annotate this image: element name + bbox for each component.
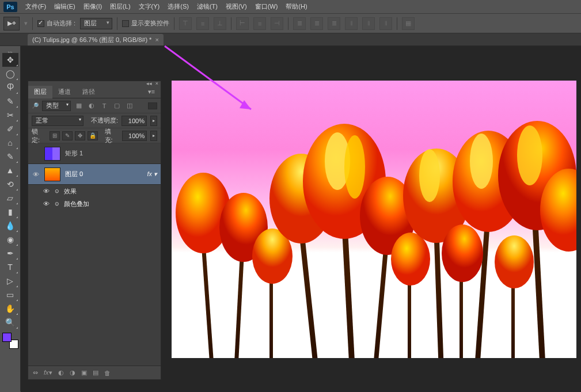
menu-select[interactable]: 选择(S) xyxy=(168,2,189,11)
filter-toggle-switch[interactable] xyxy=(148,102,157,109)
tab-paths[interactable]: 路径 xyxy=(77,86,101,98)
menu-help[interactable]: 帮助(H) xyxy=(286,2,307,11)
blur-tool[interactable]: 💧 xyxy=(2,219,18,233)
visibility-toggle[interactable]: 👁 xyxy=(32,171,40,178)
svg-point-20 xyxy=(442,224,483,282)
lock-transparent-icon[interactable]: ⊞ xyxy=(50,131,60,140)
adjustment-layer-icon[interactable]: ◑ xyxy=(70,369,75,376)
layer-name[interactable]: 图层 0 xyxy=(65,170,83,178)
layer-fx-icon[interactable]: fx▾ xyxy=(44,369,52,376)
auto-select-target-dropdown[interactable]: 图层 xyxy=(80,18,112,29)
zoom-tool[interactable]: 🔍 xyxy=(2,315,18,329)
visibility-toggle[interactable]: 👁 xyxy=(42,200,50,207)
fill-slider-icon[interactable]: ▸ xyxy=(150,131,157,141)
align-center-icon[interactable]: ≡ xyxy=(253,17,266,30)
close-tab-icon[interactable]: × xyxy=(155,36,158,43)
menu-view[interactable]: 视图(V) xyxy=(226,2,247,11)
lock-pixels-icon[interactable]: ✎ xyxy=(62,131,73,140)
dodge-tool[interactable]: ◉ xyxy=(2,233,18,246)
fill-label: 填充: xyxy=(105,127,119,144)
blend-mode-dropdown[interactable]: 正常 xyxy=(32,116,83,126)
fill-value[interactable]: 100% xyxy=(122,131,147,141)
align-top-icon[interactable]: ⊤ xyxy=(179,17,192,30)
svg-rect-11 xyxy=(511,282,515,358)
opacity-label: 不透明度: xyxy=(91,116,118,125)
opacity-slider-icon[interactable]: ▸ xyxy=(150,116,157,126)
brush-tool[interactable]: ✎ xyxy=(2,150,18,163)
layer-group-icon[interactable]: ▣ xyxy=(81,369,87,376)
gradient-tool[interactable]: ▮ xyxy=(2,205,18,219)
menu-bar: Ps 文件(F) 编辑(E) 图像(I) 图层(L) 文字(Y) 选择(S) 滤… xyxy=(0,0,581,14)
tab-channels[interactable]: 通道 xyxy=(52,86,77,98)
auto-select-checkbox[interactable]: 自动选择 : xyxy=(37,19,75,28)
align-bottom-icon[interactable]: ⊥ xyxy=(214,17,226,30)
menu-image[interactable]: 图像(I) xyxy=(83,2,102,11)
link-layers-icon[interactable]: ⇔ xyxy=(33,369,38,376)
document-canvas[interactable] xyxy=(172,81,576,358)
filter-adjust-icon[interactable]: ◐ xyxy=(87,101,96,111)
document-tab-row: (C) Tulips.jpg @ 66.7% (图层 0, RGB/8#) * … xyxy=(0,33,581,46)
show-transform-checkbox[interactable]: 显示变换控件 xyxy=(122,19,169,28)
distribute-vcenter-icon[interactable]: ≣ xyxy=(310,17,323,30)
lock-position-icon[interactable]: ✥ xyxy=(75,131,85,140)
lock-all-icon[interactable]: 🔒 xyxy=(88,131,98,140)
distribute-top-icon[interactable]: ≣ xyxy=(293,17,306,30)
stamp-tool[interactable]: ▲ xyxy=(2,163,18,177)
type-tool[interactable]: T xyxy=(2,260,18,274)
marquee-tool[interactable]: ◯ xyxy=(2,67,18,81)
document-tab-title: (C) Tulips.jpg @ 66.7% (图层 0, RGB/8#) * xyxy=(32,36,151,44)
distribute-bottom-icon[interactable]: ≣ xyxy=(328,17,340,30)
layer-effects-row[interactable]: 👁 ⊙ 效果 xyxy=(28,185,161,197)
quick-select-tool[interactable]: ✎ xyxy=(2,94,18,108)
filter-type-icon[interactable]: T xyxy=(100,101,109,111)
layer-row[interactable]: 👁 图层 0 fx ▾ xyxy=(28,164,161,185)
align-middle-icon[interactable]: ≡ xyxy=(196,17,209,30)
layer-row[interactable]: 矩形 1 xyxy=(28,143,161,164)
opacity-value[interactable]: 100% xyxy=(121,116,147,126)
auto-align-icon[interactable]: ▦ xyxy=(402,17,415,30)
layer-filter-kind-dropdown[interactable]: 类型 xyxy=(42,101,71,111)
move-tool[interactable]: ✥ xyxy=(2,53,18,67)
eyedropper-tool[interactable]: ✐ xyxy=(2,122,18,136)
filter-smart-icon[interactable]: ◫ xyxy=(125,101,134,111)
menu-type[interactable]: 文字(Y) xyxy=(139,2,160,11)
options-bar: ▶✥ ▾ 自动选择 : 图层 显示变换控件 ⊤ ≡ ⊥ ⊢ ≡ ⊣ ≣ ≣ ≣ … xyxy=(0,14,581,33)
delete-layer-icon[interactable]: 🗑 xyxy=(104,370,111,376)
path-select-tool[interactable]: ▷ xyxy=(2,274,18,288)
rectangle-tool[interactable]: ▭ xyxy=(2,288,18,302)
layer-name[interactable]: 矩形 1 xyxy=(65,149,83,158)
new-layer-icon[interactable]: ▤ xyxy=(93,369,98,376)
color-swatches[interactable] xyxy=(2,333,18,349)
filter-pixel-icon[interactable]: ▦ xyxy=(74,101,83,111)
crop-tool[interactable]: ✂ xyxy=(2,108,18,122)
tab-layers[interactable]: 图层 xyxy=(28,86,52,98)
distribute-left-icon[interactable]: ⦀ xyxy=(345,17,358,30)
svg-rect-3 xyxy=(341,218,355,358)
align-left-icon[interactable]: ⊢ xyxy=(236,17,249,30)
hand-tool[interactable]: ✋ xyxy=(2,302,18,315)
lasso-tool[interactable]: Ⴔ xyxy=(2,81,18,94)
healing-tool[interactable]: ⌂ xyxy=(2,136,18,150)
foreground-color-swatch[interactable] xyxy=(2,333,12,342)
eraser-tool[interactable]: ▱ xyxy=(2,191,18,205)
menu-file[interactable]: 文件(F) xyxy=(25,2,46,11)
menu-filter[interactable]: 滤镜(T) xyxy=(197,2,218,11)
layer-thumbnail[interactable] xyxy=(44,147,60,161)
distribute-hcenter-icon[interactable]: ⦀ xyxy=(362,17,375,30)
filter-shape-icon[interactable]: ▢ xyxy=(112,101,121,111)
menu-edit[interactable]: 编辑(E) xyxy=(54,2,75,11)
history-brush-tool[interactable]: ⟲ xyxy=(2,177,18,191)
visibility-toggle[interactable]: 👁 xyxy=(42,188,50,195)
fx-badge[interactable]: fx ▾ xyxy=(147,170,157,178)
layer-mask-icon[interactable]: ◐ xyxy=(58,369,64,376)
pen-tool[interactable]: ✒ xyxy=(2,246,18,260)
layer-thumbnail[interactable] xyxy=(44,168,60,181)
menu-window[interactable]: 窗口(W) xyxy=(255,2,278,11)
layer-effect-item[interactable]: 👁 ⊙ 颜色叠加 xyxy=(28,197,161,210)
current-tool-indicator[interactable]: ▶✥ xyxy=(3,17,20,31)
menu-layer[interactable]: 图层(L) xyxy=(110,2,130,11)
document-tab[interactable]: (C) Tulips.jpg @ 66.7% (图层 0, RGB/8#) * … xyxy=(28,34,164,45)
align-right-icon[interactable]: ⊣ xyxy=(271,17,283,30)
panel-menu-icon[interactable]: ▾≡ xyxy=(142,86,161,98)
distribute-right-icon[interactable]: ⦀ xyxy=(379,17,392,30)
